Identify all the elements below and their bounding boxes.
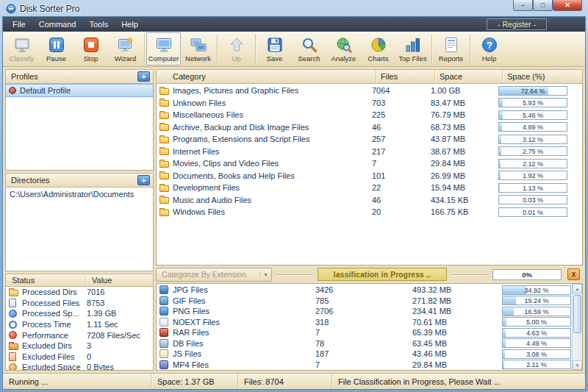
space-value: 166.75 KB [431,207,498,216]
space-percent-bar: 2.12 % [498,159,567,168]
space-percent-text: 19.24 % [503,296,570,304]
extension-row[interactable]: RAR Files 7 65.39 MB 4.63 % [157,327,572,338]
extension-name: JS Files [173,349,315,358]
statusbar-message: File Classification in Progress, Please … [332,374,585,389]
menu-tools[interactable]: Tools [82,18,115,30]
category-row[interactable]: Music and Audio Files 46 434.15 KB 0.03 … [157,194,582,207]
help-button[interactable]: ? Help [472,32,506,65]
top-files-button[interactable]: Top Files [395,32,430,65]
directories-list: C:\Users\Administrator\Documents [5,188,154,271]
add-directory-button[interactable]: + [137,175,150,185]
space-value: 43.87 MB [431,135,498,143]
category-row[interactable]: Development Files 22 15.94 MB 1.13 % [157,182,582,194]
space-value: 1.00 GB [431,86,498,95]
category-row[interactable]: Unknown Files 703 83.47 MB 5.93 % [157,97,582,110]
profile-item[interactable]: Default Profile [6,84,153,97]
extension-row[interactable]: PNG Files 2706 234.41 MB 16.59 % [157,306,572,317]
close-button[interactable]: ✕ [553,0,582,11]
pause-button[interactable]: Pause [39,32,74,65]
window-title: Disk Sorter Pro [20,4,79,14]
classify-button[interactable]: Classify [4,32,39,65]
categorize-mode-dropdown[interactable]: Categorize By Extension ▼ [156,268,272,282]
toolbar-separator [431,35,432,63]
chevron-down-icon: ▼ [259,272,271,277]
search-button[interactable]: Search [292,32,326,65]
extension-name: NOEXT Files [173,318,315,327]
space-percent-column-header[interactable]: Space (%) [502,70,585,83]
menu-help[interactable]: Help [115,18,145,30]
extension-name: JPG Files [173,285,315,294]
network-button[interactable]: Network [181,32,215,65]
category-column-header[interactable]: Category [157,70,376,83]
category-row[interactable]: Programs, Extensions and Script Files 25… [157,133,582,146]
statusbar-space: Space: 1.37 GB [151,374,238,389]
wizard-button[interactable]: Wizard [108,32,143,65]
cancel-classification-button[interactable]: x [567,268,580,280]
classify-icon [13,35,31,54]
scroll-down-icon[interactable]: ▼ [573,360,582,370]
up-button[interactable]: Up [219,32,254,65]
toolbar-separator [217,35,218,63]
space-percent-text: 5.46 % [499,111,567,119]
jpg-file-icon [159,285,168,294]
category-row[interactable]: Documents, Books and Help Files 101 26.9… [157,170,582,182]
gif-file-icon [159,296,168,305]
extension-row[interactable]: DB Files 78 63.45 MB 4.49 % [157,338,572,349]
category-row[interactable]: Images, Pictures and Graphic Files 7064 … [157,85,582,97]
extension-row[interactable]: JPG Files 3426 493.32 MB 34.92 % [157,285,572,296]
extension-row[interactable]: JS Files 187 43.46 MB 3.08 % [157,349,572,360]
charts-button[interactable]: Charts [361,32,395,65]
reports-button[interactable]: Reports [434,32,468,65]
register-button[interactable]: - Register - [487,18,547,30]
files-count: 225 [372,110,431,119]
directories-panel-header: Directories + [5,173,154,188]
files-count: 78 [315,339,412,348]
category-row[interactable]: Archive, Backup and Disk Image Files 46 … [157,121,582,134]
value-column-header[interactable]: Value [85,276,153,285]
scroll-up-icon[interactable]: ▲ [573,284,582,293]
files-count: 46 [372,196,431,204]
network-icon [190,35,207,54]
category-row[interactable]: Movies, Clips and Video Files 7 29.84 MB… [157,157,582,170]
space-percent-text: 4.89 % [499,123,567,131]
category-row[interactable]: Windows Files 20 166.75 KB 0.01 % [157,206,582,218]
status-column-header[interactable]: Status [6,276,85,285]
extension-row[interactable]: GIF Files 785 271.82 MB 19.24 % [157,296,572,307]
stop-button[interactable]: Stop [74,32,108,65]
extension-row[interactable]: NOEXT Files 318 70.61 MB 5.00 % [157,317,572,328]
minimize-button[interactable]: – [513,0,533,11]
space-percent-text: 0.01 % [499,208,567,216]
search-icon [301,35,318,54]
status-value: 0 [87,352,153,361]
status-row: Excluded Space 0 Bytes [6,362,153,371]
analyze-button[interactable]: Analyze [326,32,361,65]
space-percent-text: 16.59 % [503,307,570,316]
menu-file[interactable]: File [6,18,32,30]
computer-icon [155,35,173,54]
save-button[interactable]: Save [257,32,292,65]
space-percent-text: 1.92 % [499,171,567,179]
scrollbar-thumb[interactable] [573,295,581,333]
computer-button[interactable]: Computer [146,32,181,65]
add-profile-button[interactable]: + [137,71,150,82]
extension-row[interactable]: MP4 Files 7 29.84 MB 2.11 % [157,360,572,371]
maximize-button[interactable]: □ [533,0,553,11]
category-name: Archive, Backup and Disk Image Files [173,123,372,132]
menu-command[interactable]: Command [32,18,83,30]
files-column-header[interactable]: Files [376,70,434,83]
space-column-header[interactable]: Space [434,70,502,83]
files-count: 22 [372,183,431,192]
directory-item[interactable]: C:\Users\Administrator\Documents [6,188,153,201]
category-name: Miscellaneous Files [173,110,372,119]
category-row[interactable]: Miscellaneous Files 225 76.79 MB 5.46 % [157,109,582,121]
status-label: Excluded Space [22,363,87,371]
vertical-scrollbar[interactable]: ▲ ▼ [572,284,582,370]
title-bar[interactable]: Disk Sorter Pro – □ ✕ [0,0,588,16]
svg-text:?: ? [487,39,492,50]
folder-icon [159,197,169,204]
category-name: Music and Audio Files [173,196,372,204]
category-name: Internet Files [173,147,372,156]
js-file-icon [159,349,168,358]
category-row[interactable]: Internet Files 217 38.67 MB 2.75 % [157,146,582,158]
folder-icon [159,173,169,179]
